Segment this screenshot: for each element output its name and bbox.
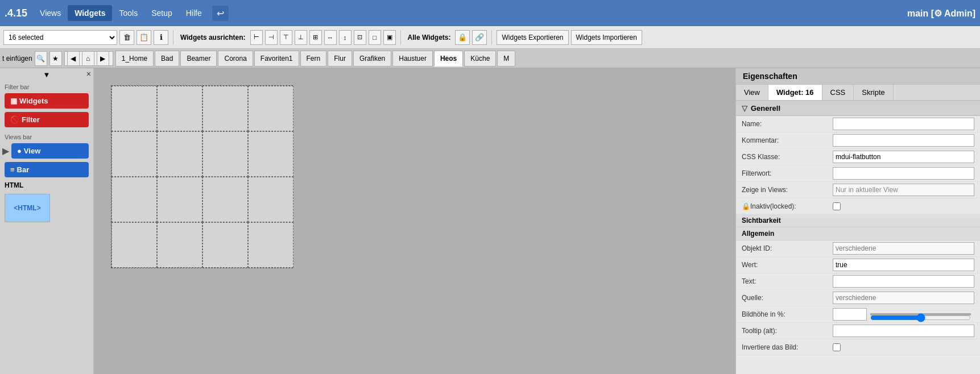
nav-home-button[interactable]: ⌂ <box>82 51 94 66</box>
view-sidebar-button[interactable]: ● View <box>11 143 89 159</box>
view-btn-label: View <box>24 147 40 155</box>
inaktiv-checkbox[interactable] <box>833 202 841 210</box>
widget-cell-r2c2[interactable] <box>157 131 202 177</box>
html-preview-button[interactable]: <HTML> <box>5 194 50 222</box>
widget-cell-r1c4[interactable] <box>248 86 293 131</box>
text-label: Text: <box>742 277 833 285</box>
tab-m[interactable]: M <box>497 51 515 67</box>
align-fill[interactable]: ▣ <box>383 30 396 45</box>
menu-setup[interactable]: Setup <box>144 5 179 21</box>
filter-sidebar-button[interactable]: 🚫 Filter <box>5 112 89 127</box>
align-box[interactable]: □ <box>369 30 381 45</box>
tab-heos[interactable]: Heos <box>434 51 463 67</box>
menu-widgets[interactable]: Widgets <box>68 5 112 21</box>
kommentar-input[interactable] <box>833 134 974 147</box>
zeige-views-input[interactable] <box>833 184 974 196</box>
tab-fern[interactable]: Fern <box>300 51 327 67</box>
import-button[interactable]: Widgets Importieren <box>571 30 642 45</box>
objekt-id-input[interactable] <box>833 242 974 255</box>
widget-cell-r2c1[interactable] <box>111 131 157 177</box>
tab-favoriten1[interactable]: Favoriten1 <box>254 51 299 67</box>
prop-row-tooltip: Tooltip (alt): <box>736 323 980 339</box>
widgets-sidebar-button[interactable]: ▦ Widgets <box>5 93 89 109</box>
tab-grafiken[interactable]: Grafiken <box>353 51 391 67</box>
bildhoehe-input[interactable] <box>833 308 867 321</box>
views-bar: t einfügen 🔍 ★ ◀ ⌂ ▶ 1_Home Bad Beamer C… <box>0 49 980 68</box>
prop-row-quelle: Quelle: <box>736 290 980 306</box>
tab-view[interactable]: View <box>736 85 768 100</box>
widget-cell-r3c1[interactable] <box>111 177 157 222</box>
info-button[interactable]: ℹ <box>154 30 168 45</box>
widget-cell-r3c2[interactable] <box>157 177 202 222</box>
star-insert-button[interactable]: ★ <box>49 51 62 66</box>
css-klasse-input[interactable] <box>833 151 974 163</box>
align-center-h[interactable]: ⊣ <box>265 30 278 45</box>
selection-dropdown[interactable]: 16 selected <box>3 30 117 45</box>
html-section-label: HTML <box>0 179 93 192</box>
align-top[interactable]: ⊤ <box>280 30 292 45</box>
bar-sidebar-button[interactable]: ≡ Bar <box>5 162 89 177</box>
tab-bad[interactable]: Bad <box>155 51 179 67</box>
widget-cell-r1c1[interactable] <box>111 86 157 131</box>
tab-kueche[interactable]: Küche <box>464 51 496 67</box>
align-middle[interactable]: ⊞ <box>309 30 322 45</box>
tab-widget16[interactable]: Widget: 16 <box>768 85 822 100</box>
view-icon: ● <box>17 147 22 155</box>
nav-next-button[interactable]: ▶ <box>97 51 109 66</box>
bildhoehe-slider[interactable] <box>870 313 971 322</box>
widget-cell-r2c4[interactable] <box>248 131 293 177</box>
divider-1 <box>173 30 173 45</box>
tab-flur[interactable]: Flur <box>328 51 352 67</box>
invertiere-label: Invertiere das Bild: <box>742 343 833 351</box>
sidebar-views-arrow[interactable]: ▶ <box>0 146 11 156</box>
menu-tools[interactable]: Tools <box>112 5 144 21</box>
text-input[interactable] <box>833 275 974 288</box>
left-sidebar: × ▼ Filter bar ▦ Widgets 🚫 Filter Views … <box>0 68 94 374</box>
widget-cell-r2c3[interactable] <box>202 131 248 177</box>
sidebar-arrow: ▼ <box>0 68 93 81</box>
wert-input[interactable] <box>833 259 974 271</box>
quelle-input[interactable] <box>833 292 974 304</box>
distribute-v[interactable]: ↕ <box>339 30 352 45</box>
back-button[interactable]: ↩ <box>212 6 229 21</box>
widget-cell-r1c2[interactable] <box>157 86 202 131</box>
menu-views[interactable]: Views <box>33 5 68 21</box>
link-all-button[interactable]: 🔗 <box>472 30 487 45</box>
filterwort-input[interactable] <box>833 167 974 180</box>
widget-cell-r4c3[interactable] <box>202 222 248 268</box>
widget-cell-r4c2[interactable] <box>157 222 202 268</box>
align-bottom[interactable]: ⊥ <box>295 30 307 45</box>
tab-skripte[interactable]: Skripte <box>854 85 893 100</box>
invertiere-checkbox[interactable] <box>833 343 841 351</box>
nav-prev-button[interactable]: ◀ <box>67 51 80 66</box>
widget-cell-r3c3[interactable] <box>202 177 248 222</box>
widget-cell-r1c3[interactable] <box>202 86 248 131</box>
align-grid[interactable]: ⊡ <box>354 30 366 45</box>
lock-all-button[interactable]: 🔒 <box>455 30 470 45</box>
tab-1home[interactable]: 1_Home <box>115 51 154 67</box>
name-label: Name: <box>742 120 833 128</box>
bar-icon: ≡ <box>10 165 15 174</box>
name-input[interactable] <box>833 118 974 130</box>
widget-cell-r3c4[interactable] <box>248 177 293 222</box>
prop-row-bildhoehe: Bildhöhe in %: <box>736 306 980 323</box>
tab-css[interactable]: CSS <box>822 85 854 100</box>
views-bar-label: Views bar <box>0 129 93 142</box>
export-button[interactable]: Widgets Exportieren <box>497 30 568 45</box>
tab-haustuer[interactable]: Haustuer <box>392 51 433 67</box>
align-left[interactable]: ⊢ <box>250 30 263 45</box>
widget-cell-r4c4[interactable] <box>248 222 293 268</box>
distribute-h[interactable]: ↔ <box>324 30 337 45</box>
main-area: × ▼ Filter bar ▦ Widgets 🚫 Filter Views … <box>0 68 980 374</box>
tab-beamer[interactable]: Beamer <box>180 51 217 67</box>
sidebar-close-button[interactable]: × <box>86 69 91 78</box>
delete-button[interactable]: 🗑 <box>119 30 134 45</box>
tooltip-input[interactable] <box>833 325 974 337</box>
menu-hilfe[interactable]: Hilfe <box>179 5 209 21</box>
search-insert-button[interactable]: 🔍 <box>35 51 47 66</box>
canvas-area[interactable] <box>94 68 735 374</box>
widget-cell-r4c1[interactable] <box>111 222 157 268</box>
tab-corona[interactable]: Corona <box>218 51 253 67</box>
all-widgets-label: Alle Widgets: <box>408 34 451 41</box>
copy-button[interactable]: 📋 <box>137 30 151 45</box>
